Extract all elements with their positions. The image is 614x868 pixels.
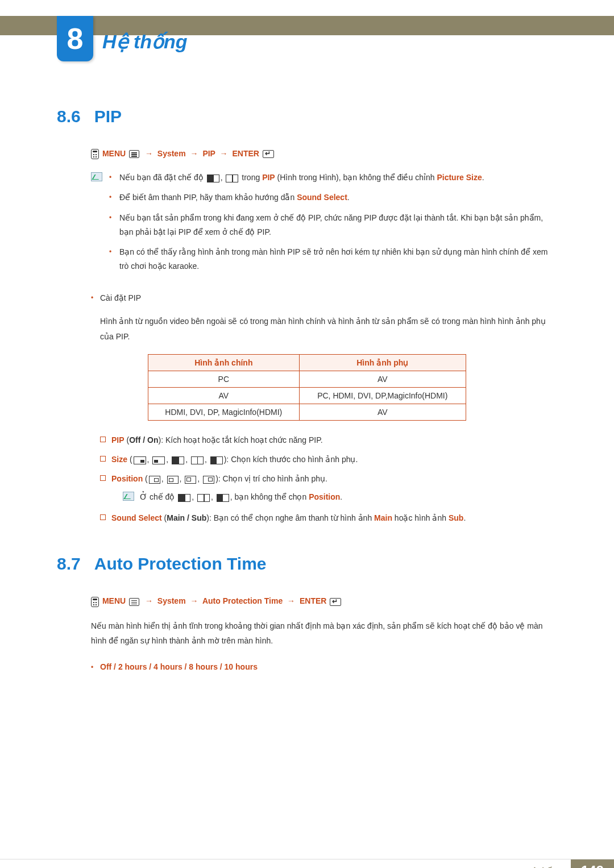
size-icon [217,494,229,502]
keyword-main: Main [374,513,392,522]
option-values: Main / Sub [167,513,206,522]
note-item: Bạn có thể thấy rằng hình ảnh trong màn … [109,245,557,273]
keyword-picture-size: Picture Size [437,173,482,182]
size-icon [191,456,204,464]
table-row: HDMI, DVI, DP, MagicInfo(HDMI) AV [148,404,466,421]
menu-label: MENU [102,596,126,605]
position-icon [185,476,196,484]
chapter-badge: 8 [57,16,93,61]
arrow-icon: → [188,596,201,605]
menu-step: PIP [202,149,215,158]
pip-options-list: PIP (Off / On): Kích hoạt hoặc tắt kích … [100,432,557,526]
note-item: Để biết âm thanh PIP, hãy tham khảo hướn… [109,190,557,205]
note-text: Nếu bạn đã đặt chế độ [119,173,206,182]
options-values: Off / 2 hours / 4 hours / 8 hours / 10 h… [100,662,258,671]
menu-icon [129,150,139,158]
option-values: Off / On [129,435,158,445]
table-header: Hình ảnh chính [148,355,300,371]
arrow-icon: → [143,596,155,605]
pip-layout-icon [226,175,238,182]
size-icon [178,494,190,502]
note-icon [91,172,102,181]
option-sound-select: Sound Select (Main / Sub): Bạn có thể ch… [100,510,557,526]
table-cell: PC [148,371,300,388]
section-header-pip: 8.6 PIP [57,107,557,126]
auto-protection-options: Off / 2 hours / 4 hours / 8 hours / 10 h… [91,662,557,671]
arrow-icon: → [188,149,201,158]
section-title: PIP [94,107,122,126]
note-text: . [340,492,342,501]
note-text: trong [242,173,262,182]
size-icon [197,494,210,502]
table-cell: AV [299,371,466,388]
option-label: Sound Select [111,513,162,522]
note-text: , bạn không thể chọn [230,492,309,501]
keyword-pip: PIP [262,173,275,182]
pip-setting-text: Hình ảnh từ nguồn video bên ngoài sẽ có … [100,314,557,344]
note-text: (Hình trong Hình), bạn không thể điều ch… [277,173,437,182]
note-text: . [482,173,484,182]
keyword-sound-select: Sound Select [297,193,347,202]
menu-step: System [157,596,186,605]
section-title: Auto Protection Time [94,554,267,574]
option-text: . [463,513,466,522]
arrow-icon: → [143,149,155,158]
size-icon [152,456,165,464]
size-icon [134,456,146,464]
footer-chapter-label: 8 Hệ thống [511,859,571,868]
enter-icon [263,150,274,158]
note-list: Nếu bạn đã đặt chế độ , trong PIP (Hình … [109,171,557,279]
section-number: 8.7 [57,554,81,574]
pip-table: Hình ảnh chính Hình ảnh phụ PC AV AV PC,… [148,354,466,421]
option-text: hoặc hình ảnh [392,513,449,522]
menu-step: System [157,149,186,158]
menu-icon [129,598,139,606]
position-note: Ở chế độ , , , bạn không thể chọn Positi… [123,490,557,504]
table-cell: AV [299,404,466,421]
note-block: Nếu bạn đã đặt chế độ , trong PIP (Hình … [91,171,557,279]
position-icon [203,476,214,484]
chapter-title: Hệ thống [102,30,188,53]
note-text: . [347,193,350,202]
enter-icon [330,598,341,606]
position-icon [149,476,160,484]
menu-step: ENTER [300,596,326,605]
chapter-header: 8 Hệ thống [0,16,614,61]
option-text: ): Kích hoạt hoặc tắt kích hoạt chức năn… [158,435,322,445]
keyword-position: Position [309,492,340,501]
pip-setting-label: Cài đặt PIP [91,290,557,306]
note-text: Ở chế độ [140,492,177,501]
option-size: Size (, , , , ): Chọn kích thước cho hìn… [100,451,557,467]
option-text: ): Chọn kích thước cho hình ảnh phụ. [224,455,358,464]
section-header-auto-protection: 8.7 Auto Protection Time [57,554,557,574]
position-note-text: Ở chế độ , , , bạn không thể chọn Positi… [140,490,342,504]
table-row: AV PC, HDMI, DVI, DP,MagicInfo(HDMI) [148,388,466,404]
option-label: PIP [111,435,125,445]
menu-path-auto-protection: MENU → System → Auto Protection Time → E… [91,596,557,607]
pip-settings-list: Cài đặt PIP [91,290,557,306]
pip-layout-icon [207,175,219,182]
chapter-number: 8 [67,22,84,56]
table-header: Hình ảnh phụ [299,355,466,371]
menu-label: MENU [102,149,126,158]
option-text: ): Bạn có thể chọn nghe âm thanh từ hình… [206,513,374,522]
auto-protection-text: Nếu màn hình hiển thị ảnh tĩnh trong kho… [91,618,557,649]
table-cell: AV [148,388,300,404]
option-label: Size [111,455,127,464]
option-text: ): Chọn vị trí cho hình ảnh phụ. [215,474,327,483]
note-item: Nếu bạn đã đặt chế độ , trong PIP (Hình … [109,171,557,185]
size-icon [210,456,223,464]
option-label: Position [111,474,143,483]
menu-path-pip: MENU → System → PIP → ENTER [91,149,557,159]
position-icon [167,476,179,484]
footer-page-number: 149 [571,859,614,868]
remote-icon [91,149,99,159]
note-text: Để biết âm thanh PIP, hãy tham khảo hướn… [119,193,297,202]
section-number: 8.6 [57,107,81,126]
menu-step: ENTER [232,149,259,158]
menu-step: Auto Protection Time [202,596,283,605]
remote-icon [91,597,99,607]
table-cell: HDMI, DVI, DP, MagicInfo(HDMI) [148,404,300,421]
option-pip: PIP (Off / On): Kích hoạt hoặc tắt kích … [100,432,557,448]
size-icon [172,456,184,464]
